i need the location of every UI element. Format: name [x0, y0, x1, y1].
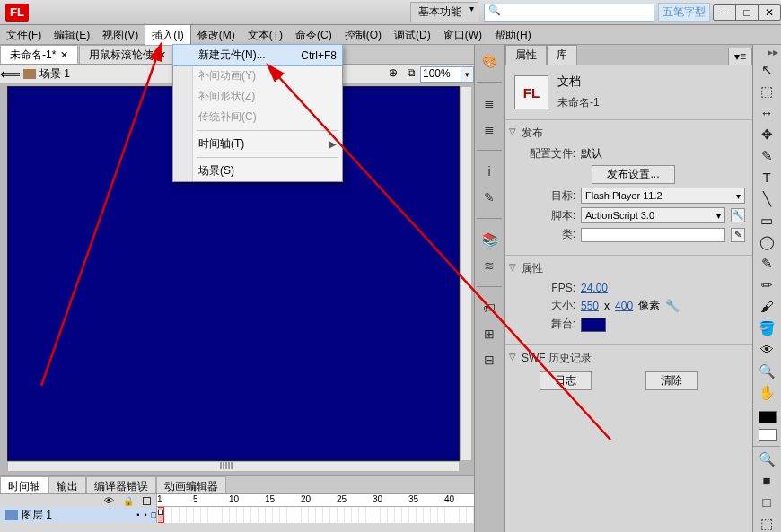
- dock-icon[interactable]: ⊟: [479, 351, 499, 369]
- dock-icon[interactable]: 🎨: [479, 52, 499, 70]
- tool-button[interactable]: ◯: [753, 231, 780, 253]
- keyframe[interactable]: [158, 510, 163, 515]
- tool-button[interactable]: 👁: [753, 339, 780, 361]
- tool-button[interactable]: ↖: [753, 59, 780, 81]
- properties-panel: 属性 库 ▾≡ FL 文档 未命名-1 ▽ 发布 配置文件:默认 发布设置...…: [505, 45, 752, 532]
- menu-item[interactable]: 新建元件(N)...Ctrl+F8: [172, 44, 343, 66]
- frames-area[interactable]: [157, 507, 474, 523]
- tool-button[interactable]: □: [753, 492, 780, 513]
- tools-collapse-icon[interactable]: ▸▸: [753, 45, 781, 59]
- tool-button[interactable]: 🪣: [753, 318, 780, 339]
- twisty-icon[interactable]: ▽: [509, 262, 516, 272]
- minimize-button[interactable]: —: [713, 4, 736, 21]
- timeline-tab[interactable]: 输出: [48, 476, 86, 493]
- tool-button[interactable]: ■: [753, 470, 780, 492]
- menu-1[interactable]: 编辑(E): [48, 25, 96, 45]
- tool-button[interactable]: 🔍: [753, 361, 780, 382]
- dock-icon[interactable]: i: [479, 162, 499, 180]
- width-value[interactable]: 550: [581, 300, 599, 312]
- document-tab[interactable]: 用鼠标滚轮使✕: [79, 45, 176, 64]
- menu-3[interactable]: 插入(I): [145, 24, 190, 45]
- tool-button[interactable]: ↔: [753, 102, 780, 124]
- scene-back-icon[interactable]: ⟸: [0, 65, 20, 83]
- zoom-input[interactable]: 100%: [420, 66, 461, 83]
- publish-settings-button[interactable]: 发布设置...: [592, 165, 674, 184]
- fps-value[interactable]: 24.00: [581, 282, 608, 294]
- menu-8[interactable]: 调试(D): [388, 25, 437, 45]
- menu-item[interactable]: 时间轴(T)▶: [173, 134, 342, 154]
- document-tab[interactable]: 未命名-1*✕: [0, 45, 78, 64]
- tool-button[interactable]: ⬚: [753, 81, 780, 102]
- menu-0[interactable]: 文件(F): [0, 25, 48, 45]
- class-edit-icon[interactable]: ✎: [731, 228, 745, 242]
- close-button[interactable]: ✕: [758, 4, 781, 21]
- twisty-icon[interactable]: ▽: [509, 126, 516, 136]
- tool-button[interactable]: ╲: [753, 188, 780, 210]
- menu-10[interactable]: 帮助(H): [488, 25, 538, 45]
- timeline-tab[interactable]: 时间轴: [0, 476, 48, 493]
- frame-ruler[interactable]: 1510152025303540: [157, 494, 474, 507]
- menu-item[interactable]: 场景(S): [173, 161, 342, 181]
- fps-label: FPS:: [522, 282, 575, 294]
- clear-button[interactable]: 清除: [645, 371, 698, 390]
- timeline-tab[interactable]: 编译器错误: [86, 476, 156, 493]
- close-icon[interactable]: ✕: [60, 49, 68, 61]
- px-label: 像素: [638, 298, 660, 313]
- script-edit-icon[interactable]: 🔧: [731, 208, 745, 222]
- ime-indicator: 五笔字型: [658, 3, 710, 22]
- menu-6[interactable]: 命令(C): [289, 25, 338, 45]
- dock-icon[interactable]: 📚: [479, 231, 499, 249]
- menu-5[interactable]: 文本(T): [241, 25, 289, 45]
- menu-7[interactable]: 控制(O): [338, 25, 388, 45]
- fill-swatch[interactable]: [759, 429, 777, 441]
- class-input[interactable]: [581, 228, 725, 242]
- visibility-icon[interactable]: 👁: [104, 495, 114, 506]
- dock-icon[interactable]: ≣: [479, 120, 499, 138]
- tool-button[interactable]: 🔍: [753, 449, 780, 470]
- section-publish: 发布: [522, 126, 745, 141]
- dock-icon[interactable]: 🏷: [479, 299, 499, 317]
- zoom-fit-icon[interactable]: ⧉: [402, 66, 420, 83]
- script-combo[interactable]: ActionScript 3.0: [581, 207, 725, 223]
- close-icon[interactable]: ✕: [158, 49, 166, 61]
- menu-4[interactable]: 修改(M): [191, 25, 241, 45]
- tool-button[interactable]: ✎: [753, 145, 780, 167]
- dock-icon[interactable]: ≋: [479, 257, 499, 275]
- menu-9[interactable]: 窗口(W): [437, 25, 488, 45]
- stage-color-swatch[interactable]: [581, 318, 606, 332]
- maximize-button[interactable]: □: [735, 4, 759, 21]
- twisty-icon[interactable]: ▽: [509, 352, 516, 362]
- dock-icon[interactable]: ⊞: [479, 325, 499, 343]
- stage-scrollbar-v[interactable]: [460, 86, 472, 461]
- lock-icon[interactable]: 🔒: [123, 496, 134, 506]
- zoom-dropdown[interactable]: ▾: [461, 66, 474, 83]
- layer-column-header: 👁 🔒: [0, 494, 157, 507]
- stroke-swatch[interactable]: [759, 411, 777, 423]
- height-value[interactable]: 400: [615, 300, 633, 312]
- dock-icon[interactable]: ≣: [479, 94, 499, 112]
- tool-button[interactable]: T: [753, 167, 780, 188]
- menu-2[interactable]: 视图(V): [96, 25, 145, 45]
- tab-properties[interactable]: 属性: [505, 45, 547, 65]
- tool-button[interactable]: ✎: [753, 253, 780, 275]
- tool-button[interactable]: ▭: [753, 210, 780, 231]
- tool-button[interactable]: ⬚: [753, 513, 780, 532]
- tool-button[interactable]: 🖌: [753, 296, 780, 318]
- panel-grip[interactable]: [206, 462, 246, 470]
- size-edit-icon[interactable]: 🔧: [665, 299, 680, 313]
- target-combo[interactable]: Flash Player 11.2: [581, 188, 745, 204]
- layer-row[interactable]: 图层 1 • • □: [0, 507, 157, 523]
- properties-tabs: 属性 库 ▾≡: [505, 45, 752, 65]
- outline-icon[interactable]: [143, 497, 151, 505]
- zoom-symbol-icon[interactable]: ⊕: [384, 66, 402, 83]
- panel-options-icon[interactable]: ▾≡: [728, 48, 752, 65]
- tool-button[interactable]: ✥: [753, 124, 780, 145]
- tool-button[interactable]: ✏: [753, 275, 780, 296]
- search-input[interactable]: 🔍: [484, 4, 654, 22]
- tab-library[interactable]: 库: [547, 45, 577, 65]
- timeline-tab[interactable]: 动画编辑器: [156, 476, 226, 493]
- dock-icon[interactable]: ✎: [479, 188, 499, 206]
- tool-button[interactable]: ✋: [753, 382, 780, 404]
- log-button[interactable]: 日志: [540, 371, 592, 390]
- workspace-switcher[interactable]: 基本功能: [410, 2, 478, 22]
